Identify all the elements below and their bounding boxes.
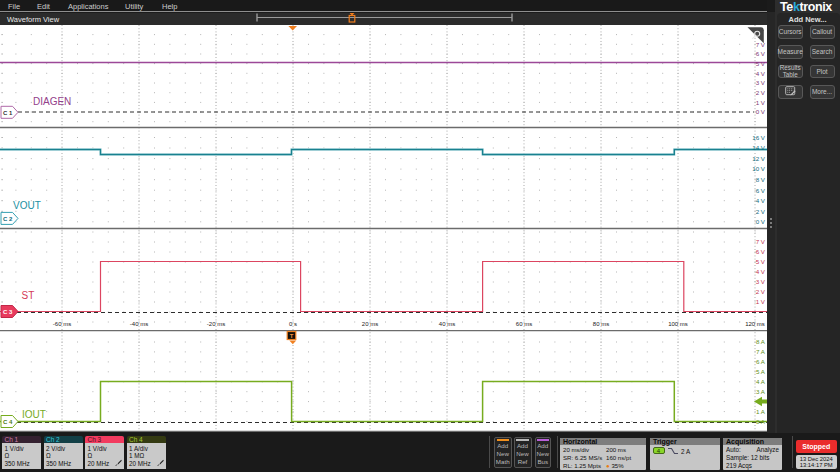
svg-text:7 A: 7 A (756, 348, 766, 355)
svg-text:4 V: 4 V (756, 70, 766, 77)
svg-text:5 V: 5 V (756, 60, 766, 67)
svg-text:C 1: C 1 (3, 110, 13, 116)
svg-text:VOUT: VOUT (13, 200, 41, 211)
svg-text:IOUT: IOUT (22, 409, 46, 420)
svg-text:8 V: 8 V (756, 176, 766, 183)
svg-text:80 ms: 80 ms (593, 321, 609, 327)
svg-text:2 V: 2 V (756, 89, 766, 96)
svg-text:6 V: 6 V (756, 50, 766, 57)
svg-text:10 V: 10 V (752, 165, 766, 172)
svg-text:1 V: 1 V (756, 99, 766, 106)
svg-text:6 V: 6 V (756, 248, 766, 255)
svg-text:C 4: C 4 (3, 419, 13, 425)
svg-text:2 V: 2 V (756, 288, 766, 295)
svg-text:ST: ST (22, 290, 35, 301)
svg-text:8 A: 8 A (756, 338, 766, 345)
svg-text:2 V: 2 V (756, 208, 766, 215)
svg-text:3 V: 3 V (756, 79, 766, 86)
svg-text:5 V: 5 V (756, 258, 766, 265)
svg-text:7 V: 7 V (756, 41, 766, 48)
svg-text:12 V: 12 V (752, 155, 766, 162)
svg-text:-40 ms: -40 ms (130, 321, 148, 327)
svg-text:DIAGEN: DIAGEN (33, 96, 71, 107)
svg-text:0 s: 0 s (289, 321, 297, 327)
svg-text:5 A: 5 A (756, 368, 766, 375)
svg-text:3 V: 3 V (756, 278, 766, 285)
svg-text:T: T (290, 333, 294, 339)
svg-text:1 V: 1 V (756, 298, 766, 305)
svg-text:40 ms: 40 ms (439, 321, 455, 327)
svg-text:4 V: 4 V (756, 268, 766, 275)
svg-text:4 V: 4 V (756, 197, 766, 204)
svg-text:20 ms: 20 ms (362, 321, 378, 327)
svg-text:C 3: C 3 (3, 309, 13, 315)
svg-text:3 A: 3 A (756, 388, 766, 395)
svg-text:100 ms: 100 ms (668, 321, 688, 327)
svg-text:1 A: 1 A (756, 408, 766, 415)
svg-text:-60 ms: -60 ms (53, 321, 71, 327)
svg-text:C 2: C 2 (3, 216, 13, 222)
svg-text:6 A: 6 A (756, 358, 766, 365)
svg-text:6 V: 6 V (756, 187, 766, 194)
svg-text:16 V: 16 V (752, 134, 766, 141)
svg-text:-20 ms: -20 ms (207, 321, 225, 327)
svg-text:7 V: 7 V (756, 238, 766, 245)
svg-text:14 V: 14 V (752, 144, 766, 151)
svg-text:4 A: 4 A (756, 378, 766, 385)
svg-text:120 ms: 120 ms (745, 321, 765, 327)
svg-text:0 V: 0 V (756, 108, 766, 115)
svg-text:0 A: 0 A (756, 418, 766, 425)
svg-text:0 V: 0 V (756, 218, 766, 225)
svg-text:60 ms: 60 ms (516, 321, 532, 327)
